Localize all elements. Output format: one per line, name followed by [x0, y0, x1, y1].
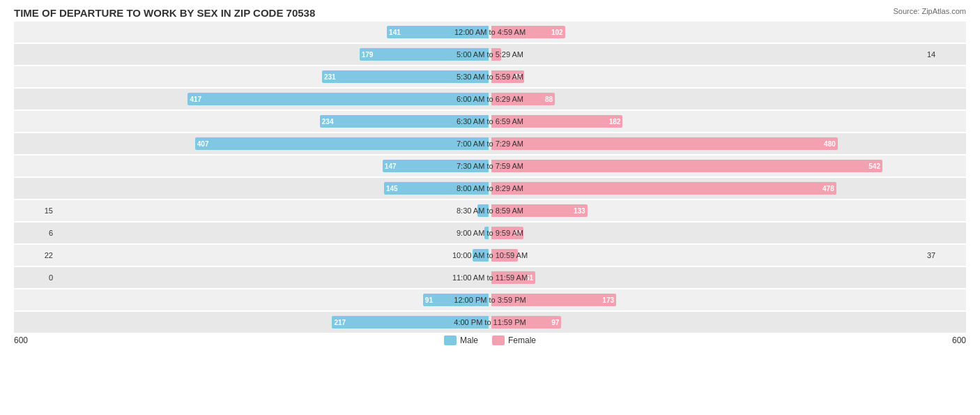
- male-bar-label: 234: [320, 118, 336, 126]
- male-bar-container: 407: [56, 133, 490, 154]
- bar-section: 9:00 AM to 9:59 AM 44: [56, 222, 924, 243]
- legend-female-box: [492, 335, 505, 345]
- male-bar: 179: [360, 48, 489, 61]
- male-value: 22: [14, 251, 56, 259]
- chart-row: 231 5:30 AM to 5:59 AM 45: [14, 66, 966, 87]
- chart-row: 217 4:00 PM to 11:59 PM 97: [14, 312, 966, 333]
- axis-left: 600: [14, 335, 56, 345]
- male-bar: 145: [384, 182, 489, 195]
- chart-row: 6 9:00 AM to 9:59 AM 44: [14, 222, 966, 243]
- chart-area: 141 12:00 AM to 4:59 AM 102 179: [14, 22, 966, 333]
- male-bar: 234: [320, 115, 489, 128]
- male-bar-container: [56, 222, 490, 243]
- bar-row-wrap: 141 12:00 AM to 4:59 AM 102: [14, 22, 966, 43]
- bar-row-wrap: 91 12:00 PM to 3:59 PM 173: [14, 289, 966, 310]
- male-bar: 91: [423, 294, 489, 306]
- female-bar: 173: [491, 294, 616, 306]
- bar-section: 234 6:30 AM to 6:59 AM 182: [56, 111, 924, 132]
- female-value: 14: [924, 50, 966, 59]
- male-bar-container: 141: [56, 22, 490, 43]
- bar-row-wrap: 217 4:00 PM to 11:59 PM 97: [14, 312, 966, 333]
- male-bar-label: 145: [384, 185, 400, 193]
- female-bar-container: 61: [490, 267, 924, 288]
- bar-section: 407 7:00 AM to 7:29 AM 480: [56, 133, 924, 154]
- bar-section: 141 12:00 AM to 4:59 AM 102: [56, 22, 924, 43]
- bar-row-wrap: 15 8:30 AM to 8:59 AM 133: [14, 200, 966, 221]
- female-bar-container: 542: [490, 156, 924, 176]
- female-bar-container: 173: [490, 289, 924, 310]
- female-bar-label: 88: [543, 96, 555, 103]
- female-bar-label: 102: [549, 29, 565, 36]
- female-bar-container: 44: [490, 222, 924, 243]
- male-bar: 141: [387, 26, 489, 38]
- chart-row: 15 8:30 AM to 8:59 AM 133: [14, 200, 966, 221]
- legend-male-box: [444, 335, 457, 345]
- axis-right: 600: [924, 335, 966, 345]
- male-bar-container: [56, 245, 490, 266]
- male-bar-container: 179: [56, 44, 490, 65]
- chart-row: 417 6:00 AM to 6:29 AM 88: [14, 89, 966, 110]
- male-bar-label: 217: [332, 319, 348, 326]
- chart-row: 145 8:00 AM to 8:29 AM 478: [14, 178, 966, 199]
- bar-row-wrap: 6 9:00 AM to 9:59 AM 44: [14, 222, 966, 243]
- male-bar-label: 147: [383, 163, 399, 170]
- male-bar-container: 234: [56, 111, 490, 132]
- bar-section: 10:00 AM to 10:59 AM: [56, 245, 924, 266]
- male-bar-container: 417: [56, 89, 490, 110]
- female-bar: 44: [491, 227, 523, 239]
- chart-row: 179 5:00 AM to 5:29 AM 14: [14, 44, 966, 65]
- bar-row-wrap: 231 5:30 AM to 5:59 AM 45: [14, 66, 966, 87]
- female-bar: 102: [491, 26, 565, 38]
- male-bar-label: 141: [387, 29, 403, 36]
- male-bar: 417: [187, 93, 489, 105]
- legend-male-label: Male: [460, 335, 478, 345]
- female-bar-label: 133: [572, 207, 588, 215]
- male-bar-container: 231: [56, 66, 490, 87]
- chart-container: TIME OF DEPARTURE TO WORK BY SEX IN ZIP …: [0, 0, 980, 415]
- legend-female-label: Female: [508, 335, 536, 345]
- female-bar-label: 44: [511, 229, 523, 237]
- female-bar-container: [490, 44, 924, 65]
- female-bar-container: 88: [490, 89, 924, 110]
- bar-row-wrap: 145 8:00 AM to 8:29 AM 478: [14, 178, 966, 199]
- female-bar: 97: [491, 316, 561, 329]
- male-bar: [484, 227, 489, 239]
- female-bar-container: 97: [490, 312, 924, 333]
- female-bar-label: 45: [512, 73, 523, 81]
- female-bar-container: 102: [490, 22, 924, 43]
- male-value: 15: [14, 206, 56, 215]
- male-bar-container: 147: [56, 156, 490, 176]
- bar-row-wrap: 147 7:30 AM to 7:59 AM 542: [14, 156, 966, 176]
- male-bar-container: [56, 267, 490, 288]
- female-bar: [491, 48, 501, 61]
- male-bar-container: [56, 200, 490, 221]
- female-bar: 542: [491, 160, 882, 172]
- female-bar: 88: [491, 93, 555, 105]
- female-bar-container: [490, 245, 924, 266]
- male-value: 0: [14, 273, 56, 282]
- bar-section: 11:00 AM to 11:59 AM 61: [56, 267, 924, 288]
- female-bar-label: 173: [600, 296, 616, 304]
- bar-row-wrap: 417 6:00 AM to 6:29 AM 88: [14, 89, 966, 110]
- chart-row: 234 6:30 AM to 6:59 AM 182: [14, 111, 966, 132]
- male-bar: 231: [322, 70, 489, 83]
- bar-row-wrap: 234 6:30 AM to 6:59 AM 182: [14, 111, 966, 132]
- female-bar-label: 61: [523, 274, 535, 282]
- male-bar-container: 217: [56, 312, 490, 333]
- bar-section: 179 5:00 AM to 5:29 AM: [56, 44, 924, 65]
- bar-row-wrap: 407 7:00 AM to 7:29 AM 480: [14, 133, 966, 154]
- legend: Male Female: [444, 335, 536, 345]
- chart-row: 22 10:00 AM to 10:59 AM 37: [14, 245, 966, 266]
- male-bar: 217: [332, 316, 489, 329]
- male-value: 6: [14, 229, 56, 237]
- chart-row: 141 12:00 AM to 4:59 AM 102: [14, 22, 966, 43]
- bar-section: 217 4:00 PM to 11:59 PM 97: [56, 312, 924, 333]
- chart-row: 407 7:00 AM to 7:29 AM 480: [14, 133, 966, 154]
- female-bar: 61: [491, 271, 535, 284]
- female-bar-label: 478: [820, 185, 836, 193]
- female-bar-label: 182: [607, 118, 623, 126]
- male-bar-label: 91: [423, 296, 435, 304]
- female-bar-container: 478: [490, 178, 924, 199]
- bar-section: 147 7:30 AM to 7:59 AM 542: [56, 156, 924, 176]
- female-bar-container: 45: [490, 66, 924, 87]
